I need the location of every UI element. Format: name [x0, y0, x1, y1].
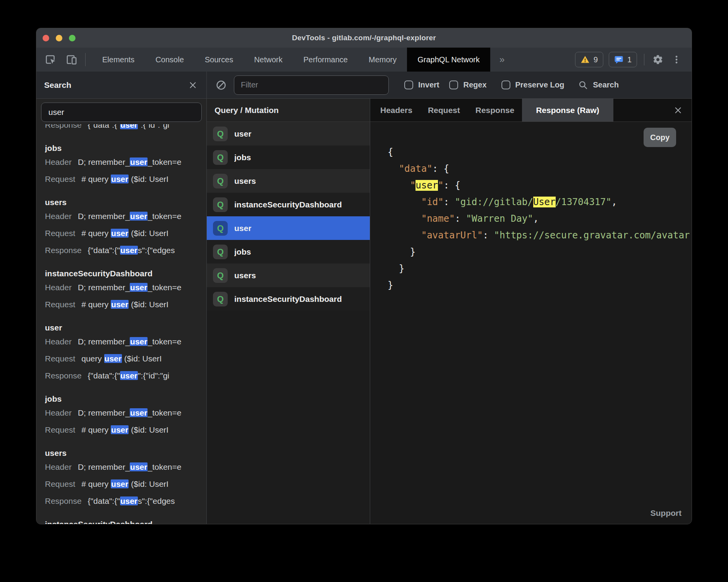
badge-divider: [644, 54, 644, 65]
search-result-line[interactable]: Response{"data":{"users":{"edges: [36, 493, 206, 510]
more-tabs-chevron-icon[interactable]: »: [490, 48, 514, 72]
query-list-item-user[interactable]: Quser: [207, 216, 370, 240]
tab-console[interactable]: Console: [145, 48, 194, 72]
support-link[interactable]: Support: [651, 508, 682, 518]
query-type-icon: Q: [213, 150, 228, 165]
query-list-item-user[interactable]: Quser: [207, 122, 370, 146]
traffic-lights: [43, 28, 76, 48]
detail-tab-response[interactable]: Response: [468, 99, 522, 122]
preserve-log-checkbox[interactable]: [501, 80, 510, 89]
inspect-element-icon[interactable]: [44, 53, 57, 66]
search-result-line[interactable]: Response{"data":{"user":{"id":"gi: [36, 367, 206, 384]
result-line-label: Request: [45, 175, 75, 183]
search-group-title: instanceSecurityDashboard: [45, 269, 206, 278]
search-result-line[interactable]: HeaderD; remember_user_token=e: [36, 404, 206, 421]
detail-panel: HeadersRequestResponseResponse (Raw) Cop…: [370, 99, 692, 524]
json-line: "user": {: [388, 177, 692, 194]
search-match-highlight: user: [120, 124, 138, 129]
search-match-highlight: user: [120, 246, 138, 255]
json-line: "name": "Warren Day",: [388, 211, 692, 227]
message-icon: [614, 55, 623, 64]
invert-label: Invert: [418, 80, 439, 89]
tab-memory[interactable]: Memory: [358, 48, 407, 72]
tab-performance[interactable]: Performance: [293, 48, 359, 72]
result-line-label: Response: [45, 371, 82, 380]
search-result-line[interactable]: HeaderD; remember_user_token=e: [36, 208, 206, 225]
result-line-label: Request: [45, 479, 75, 488]
search-result-line[interactable]: Response{"data":{"user":{"id":"gi: [36, 124, 206, 134]
query-list-item-users[interactable]: Qusers: [207, 169, 370, 193]
search-result-line[interactable]: Request# query user ($id: UserI: [36, 476, 206, 493]
tab-network[interactable]: Network: [244, 48, 293, 72]
search-result-line[interactable]: HeaderD; remember_user_token=e: [36, 459, 206, 476]
json-line: "avatarUrl": "https://secure.gravatar.co…: [388, 227, 692, 244]
tab-sources[interactable]: Sources: [194, 48, 244, 72]
search-result-line[interactable]: Requestquery user ($id: UserI: [36, 350, 206, 367]
detail-tab-response-raw-[interactable]: Response (Raw): [522, 99, 613, 122]
search-result-line[interactable]: HeaderD; remember_user_token=e: [36, 154, 206, 171]
search-result-line[interactable]: Response{"data":{"users":{"edges: [36, 242, 206, 259]
warnings-badge[interactable]: 9: [575, 52, 603, 67]
query-list-item-instanceSecurityDashboard[interactable]: QinstanceSecurityDashboard: [207, 287, 370, 311]
detail-tab-headers[interactable]: Headers: [373, 99, 420, 122]
query-type-icon: Q: [213, 197, 228, 212]
copy-button[interactable]: Copy: [644, 128, 676, 147]
search-panel-title: Search: [44, 80, 71, 90]
devtools-tab-bar: ElementsConsoleSourcesNetworkPerformance…: [36, 48, 692, 72]
result-line-label: Request: [45, 425, 75, 434]
query-list-item-instanceSecurityDashboard[interactable]: QinstanceSecurityDashboard: [207, 193, 370, 216]
search-result-line[interactable]: Request# query user ($id: UserI: [36, 421, 206, 438]
query-list-item-users[interactable]: Qusers: [207, 264, 370, 287]
query-list-item-jobs[interactable]: Qjobs: [207, 146, 370, 169]
invert-checkbox-group[interactable]: Invert: [404, 80, 439, 89]
result-line-label: Header: [45, 283, 72, 292]
search-match-highlight: user: [111, 229, 129, 238]
regex-checkbox-group[interactable]: Regex: [449, 80, 486, 89]
device-toolbar-icon[interactable]: [65, 53, 78, 66]
detail-tab-request[interactable]: Request: [420, 99, 468, 122]
query-item-label: users: [234, 176, 256, 186]
json-line: "id": "gid://gitlab/User/13704317",: [388, 194, 692, 211]
search-result-line[interactable]: Request# query user ($id: UserI: [36, 296, 206, 313]
result-line-label: Response: [45, 246, 82, 255]
zoom-window-button[interactable]: [69, 35, 76, 41]
close-search-panel-icon[interactable]: [187, 79, 199, 91]
clear-icon[interactable]: [215, 79, 228, 92]
settings-gear-icon[interactable]: [651, 53, 664, 66]
close-detail-icon[interactable]: [672, 104, 684, 116]
result-line-label: Response: [45, 124, 82, 129]
json-line: }: [388, 277, 692, 294]
query-type-icon: Q: [213, 245, 228, 259]
query-list-item-jobs[interactable]: Qjobs: [207, 240, 370, 264]
query-type-icon: Q: [213, 127, 228, 141]
filter-input[interactable]: [234, 75, 389, 95]
result-line-label: Header: [45, 212, 72, 221]
search-match-highlight: user: [111, 425, 129, 434]
search-result-line[interactable]: HeaderD; remember_user_token=e: [36, 333, 206, 350]
search-match-highlight: user: [130, 157, 148, 166]
result-line-label: Request: [45, 354, 75, 363]
preserve-log-checkbox-group[interactable]: Preserve Log: [501, 80, 565, 89]
result-line-label: Header: [45, 337, 72, 346]
search-result-line[interactable]: Request# query user ($id: UserI: [36, 171, 206, 188]
search-input[interactable]: [41, 103, 202, 122]
close-window-button[interactable]: [43, 35, 49, 41]
json-line: "data": {: [388, 161, 692, 177]
query-item-label: users: [234, 271, 256, 280]
tab-elements[interactable]: Elements: [92, 48, 145, 72]
search-match-highlight: user: [111, 300, 129, 309]
tab-graphql-network[interactable]: GraphQL Network: [407, 48, 490, 72]
search-result-line[interactable]: HeaderD; remember_user_token=e: [36, 279, 206, 296]
messages-badge[interactable]: 1: [609, 52, 637, 67]
toolbar-search-button[interactable]: Search: [578, 80, 619, 90]
search-match-highlight: user: [120, 371, 138, 380]
search-group-title: user: [45, 323, 206, 332]
query-type-icon: Q: [213, 268, 228, 283]
regex-checkbox[interactable]: [449, 80, 458, 89]
search-result-line[interactable]: Request# query user ($id: UserI: [36, 225, 206, 242]
kebab-menu-icon[interactable]: [670, 53, 683, 66]
invert-checkbox[interactable]: [404, 80, 413, 89]
minimize-window-button[interactable]: [56, 35, 62, 41]
search-group-title: jobs: [45, 144, 206, 153]
toolbar-divider: [85, 53, 86, 66]
